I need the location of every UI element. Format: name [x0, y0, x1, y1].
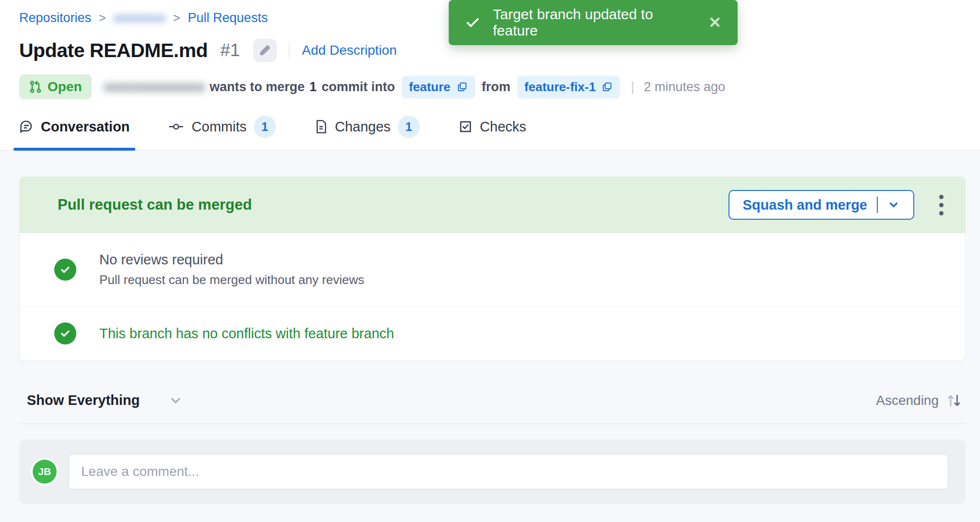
- breadcrumb-separator: >: [99, 11, 106, 25]
- chevron-down-icon[interactable]: [887, 199, 900, 211]
- tab-label: Commits: [191, 119, 246, 135]
- more-options-kebab-button[interactable]: [935, 191, 947, 219]
- commit-into-text: commit into: [322, 80, 395, 95]
- check-row-reviews: No reviews required Pull request can be …: [20, 233, 965, 306]
- avatar: JB: [33, 460, 57, 484]
- new-comment-card: JB: [19, 439, 966, 504]
- merge-checks-list: No reviews required Pull request can be …: [19, 233, 966, 361]
- from-text: from: [482, 80, 511, 95]
- commits-count-badge: 1: [254, 116, 276, 138]
- divider: [19, 424, 966, 424]
- tab-label: Conversation: [41, 119, 130, 135]
- divider: |: [631, 80, 634, 95]
- pull-request-icon: [29, 80, 42, 94]
- timeline-filter-row: Show Everything Ascending: [19, 392, 966, 408]
- divider: [877, 197, 878, 213]
- pr-number: #1: [220, 40, 240, 60]
- breadcrumb-repo-name-redacted[interactable]: xxxxxxxx: [114, 11, 166, 25]
- show-everything-label: Show Everything: [27, 392, 140, 408]
- commit-icon: [168, 119, 184, 134]
- squash-and-merge-label: Squash and merge: [743, 197, 867, 213]
- chevron-down-icon: [168, 393, 183, 408]
- tab-changes[interactable]: Changes 1: [314, 116, 420, 150]
- sort-arrows-icon: [945, 393, 962, 408]
- sort-order-label: Ascending: [876, 393, 939, 408]
- check-subtitle: Pull request can be merged without any r…: [99, 273, 364, 287]
- target-branch-name: feature: [409, 80, 451, 95]
- pr-tabs: Conversation Commits 1 Changes 1: [0, 116, 980, 151]
- breadcrumb-separator: >: [173, 11, 180, 25]
- merge-actions: Squash and merge: [729, 190, 947, 220]
- divider: [289, 42, 289, 59]
- tab-label: Changes: [335, 119, 391, 135]
- merge-status-title: Pull request can be merged: [58, 196, 252, 214]
- check-title: This branch has no conflicts with featur…: [99, 326, 394, 342]
- copy-icon[interactable]: [456, 81, 468, 93]
- source-branch-chip[interactable]: feature-fix-1: [517, 76, 621, 98]
- author-name-redacted: xxxxxxxxxxxxxx: [104, 80, 205, 95]
- merge-status-header: Pull request can be merged Squash and me…: [19, 177, 966, 233]
- status-badge-open: Open: [19, 74, 92, 99]
- comment-input[interactable]: [68, 454, 948, 489]
- tab-commits[interactable]: Commits 1: [168, 116, 275, 150]
- pull-request-page: Repositories > xxxxxxxx > Pull Requests …: [0, 0, 980, 522]
- add-description-link[interactable]: Add Description: [302, 43, 397, 58]
- changes-count-badge: 1: [398, 116, 420, 138]
- status-label: Open: [48, 79, 82, 95]
- pencil-icon: [259, 44, 271, 57]
- squash-and-merge-button[interactable]: Squash and merge: [729, 190, 914, 220]
- target-branch-chip[interactable]: feature: [402, 76, 475, 98]
- show-everything-dropdown[interactable]: Show Everything: [27, 392, 183, 408]
- merge-status-card: Pull request can be merged Squash and me…: [19, 177, 966, 361]
- speech-bubble-icon: [19, 119, 34, 134]
- check-row-conflicts: This branch has no conflicts with featur…: [20, 306, 965, 360]
- edit-title-button[interactable]: [253, 39, 276, 62]
- file-icon: [314, 119, 328, 134]
- check-circle-icon: [54, 259, 76, 281]
- tab-checks[interactable]: Checks: [458, 116, 526, 150]
- toast-notification: Target branch updated to feature ✕: [449, 0, 738, 45]
- copy-icon[interactable]: [601, 81, 613, 93]
- check-title: No reviews required: [99, 252, 364, 268]
- sort-order-toggle[interactable]: Ascending: [876, 393, 962, 408]
- breadcrumb-pull-requests[interactable]: Pull Requests: [188, 11, 268, 25]
- pr-timestamp: 2 minutes ago: [644, 80, 725, 95]
- check-icon: [465, 15, 480, 30]
- source-branch-name: feature-fix-1: [525, 80, 596, 95]
- conversation-panel: Pull request can be merged Squash and me…: [0, 151, 980, 522]
- tab-conversation[interactable]: Conversation: [19, 116, 130, 150]
- check-circle-icon: [54, 322, 76, 344]
- checklist-icon: [458, 119, 473, 134]
- wants-to-merge-text: wants to merge: [210, 80, 305, 95]
- breadcrumb-repositories[interactable]: Repositories: [19, 11, 91, 25]
- tab-label: Checks: [480, 119, 526, 135]
- close-icon[interactable]: ✕: [708, 15, 721, 30]
- pr-title: Update README.md: [19, 39, 208, 62]
- commit-count: 1: [310, 80, 317, 95]
- toast-message: Target branch updated to feature: [493, 6, 696, 39]
- check-texts: No reviews required Pull request can be …: [99, 252, 364, 287]
- pr-meta-row: Open xxxxxxxxxxxxxx wants to merge 1 com…: [19, 74, 966, 99]
